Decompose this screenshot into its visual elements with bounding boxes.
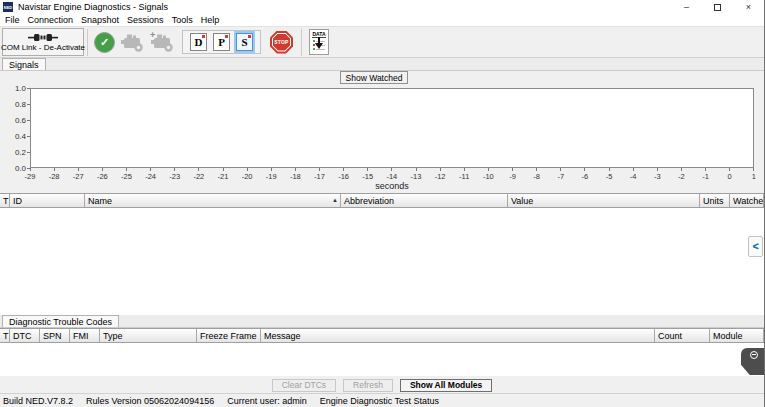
dtc-column-header[interactable]: Type (100, 329, 197, 342)
x-tick-label: -18 (290, 172, 301, 181)
x-tick: -15 (358, 168, 378, 181)
signals-column-header[interactable]: Abbreviation (341, 194, 508, 207)
mode-button[interactable]: D (190, 33, 207, 51)
x-tick-label: -14 (386, 172, 397, 181)
dtc-column-header[interactable]: Freeze Frame (197, 329, 261, 342)
dps-mode-group: D P S (182, 30, 261, 54)
title-bar: NED Navistar Engine Diagnostics - Signal… (0, 0, 764, 14)
status-item: Rules Version 05062024094156 (86, 396, 214, 406)
x-tick: -25 (117, 168, 137, 181)
column-label: Name (88, 196, 112, 207)
column-label: T (3, 196, 9, 207)
x-tick: -29 (20, 168, 40, 181)
mode-button[interactable]: S (236, 33, 253, 51)
toolbar-separator (87, 29, 88, 56)
restore-icon (714, 4, 721, 11)
x-tick: -16 (334, 168, 354, 181)
tab-signals[interactable]: Signals (2, 58, 46, 70)
com-link-button[interactable]: COM Link - De-Activate (2, 28, 84, 56)
x-axis-title: seconds (30, 181, 754, 191)
engine-snapshot-icon[interactable] (120, 31, 146, 53)
menu-item[interactable]: Sessions (123, 15, 168, 25)
x-tick: 0 (720, 168, 740, 181)
x-tick: -21 (213, 168, 233, 181)
x-tick-label: -5 (606, 172, 613, 181)
x-tick: -27 (68, 168, 88, 181)
stop-icon[interactable]: STOP (270, 31, 293, 54)
show-all-modules-button[interactable]: Show All Modules (400, 379, 492, 392)
column-label: DTC (13, 331, 32, 342)
toolbar-separator (301, 29, 302, 56)
x-tick-label: 1 (752, 172, 756, 181)
window-title: Navistar Engine Diagnostics - Signals (18, 2, 168, 12)
x-tick: -5 (599, 168, 619, 181)
column-label: T (3, 331, 9, 342)
mode-button[interactable]: P (213, 33, 230, 51)
tab-diagnostic-trouble-codes[interactable]: Diagnostic Trouble Codes (2, 315, 119, 327)
status-item: Engine Diagnostic Test Status (320, 396, 439, 406)
y-tick-label: 0.4 (15, 132, 26, 141)
connection-ok-check-icon[interactable]: ✓ (94, 32, 115, 53)
column-label: Count (658, 331, 682, 342)
column-label: ID (13, 196, 22, 207)
x-axis: -29 -28 -27 -26 -25 -24 -23 -22 -21 -20 … (30, 168, 754, 181)
clear-dtcs-button[interactable]: Clear DTCs (272, 379, 336, 392)
signals-column-header[interactable]: T (0, 194, 10, 207)
signals-column-header[interactable]: Units (700, 194, 730, 207)
menu-item[interactable]: Snapshot (77, 15, 123, 25)
status-item: Current user: admin (227, 396, 307, 406)
menu-item[interactable]: File (1, 15, 24, 25)
show-watched-row: Show Watched (0, 71, 764, 85)
x-tick-label: -15 (362, 172, 373, 181)
signals-table-body: < (0, 208, 764, 315)
record-dot-icon (225, 35, 228, 38)
hidden-panel-handle[interactable] (741, 348, 764, 375)
x-tick: -1 (696, 168, 716, 181)
x-tick-label: -11 (459, 172, 469, 181)
signals-column-header[interactable]: Name ▲ (85, 194, 341, 207)
signals-column-header[interactable]: ID (10, 194, 85, 207)
menu-item[interactable]: Tools (168, 15, 197, 25)
column-label: Abbreviation (344, 196, 394, 207)
collapse-panel-button[interactable]: < (748, 236, 763, 257)
signals-tab-row: Signals (0, 58, 764, 71)
app-icon: NED (3, 2, 13, 12)
refresh-button[interactable]: Refresh (343, 379, 393, 392)
dtc-column-header[interactable]: DTC (10, 329, 40, 342)
engine-snapshot-add-icon[interactable]: + (150, 31, 176, 53)
mode-button-label: S (241, 36, 247, 48)
x-tick-label: -28 (49, 172, 60, 181)
dtc-column-header[interactable]: FMI (70, 329, 100, 342)
data-log-line (316, 49, 325, 50)
dtc-table-body (0, 343, 764, 376)
chevron-left-icon: < (753, 241, 759, 252)
dtc-column-header[interactable]: Module (710, 329, 764, 342)
x-tick-label: -12 (435, 172, 446, 181)
x-tick: -22 (189, 168, 209, 181)
x-tick-label: -22 (193, 172, 204, 181)
menu-item[interactable]: Connection (24, 15, 78, 25)
dtc-column-header[interactable]: Count (655, 329, 710, 342)
signals-column-header[interactable]: Value (508, 194, 700, 207)
minimize-button[interactable]: – (671, 0, 702, 14)
x-tick: -14 (382, 168, 402, 181)
dtc-column-header[interactable]: Message (261, 329, 655, 342)
y-axis: 1.0 0.8 0.6 0.4 0.2 0.0 (0, 88, 30, 168)
signals-column-header[interactable]: Watched (730, 194, 764, 207)
x-tick-label: 0 (728, 172, 732, 181)
x-tick-label: -29 (25, 172, 36, 181)
close-icon: × (746, 2, 751, 12)
show-watched-button[interactable]: Show Watched (340, 71, 408, 84)
dtc-column-header[interactable]: SPN (40, 329, 70, 342)
data-log-icon[interactable]: DATA (309, 29, 329, 55)
column-label: Units (703, 196, 724, 207)
column-label: Type (103, 331, 123, 342)
menu-item[interactable]: Help (197, 15, 224, 25)
restore-button[interactable] (702, 0, 733, 14)
dtc-column-header[interactable]: T (0, 329, 10, 342)
dtc-table-header: T DTC SPN FMI Type Freeze Frame Message … (0, 328, 764, 343)
x-tick: -12 (430, 168, 450, 181)
close-button[interactable]: × (733, 0, 764, 14)
x-tick-label: -20 (242, 172, 253, 181)
menu-bar: FileConnectionSnapshotSessionsToolsHelp (0, 14, 764, 26)
